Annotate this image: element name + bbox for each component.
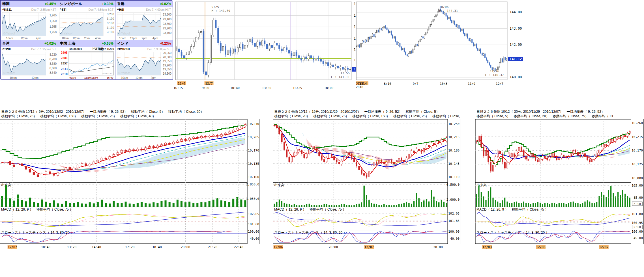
nikkei-30min-chart: 日経２２５先物 10/12（ 30分, 2010/11/29 - 2010/12… xyxy=(475,109,644,254)
svg-text:100.95: 100.95 xyxy=(632,221,643,225)
svg-text:8,720: 8,720 xyxy=(50,53,57,56)
market-change: +0.45% xyxy=(44,2,56,6)
svg-text:日経２２５先物 10/12（ 15分, 2010/11/29: 日経２２５先物 10/12（ 15分, 2010/11/29 - 2010/12… xyxy=(274,110,439,114)
svg-text:^TWII: ^TWII xyxy=(2,47,11,51)
svg-text:8/10: 8/10 xyxy=(384,82,391,86)
market-panel-^STI[interactable]: シンガポール+0.33%^STIDec 7, 4:59pm SGT© Yahoo… xyxy=(58,1,115,40)
market-name: シンガポール xyxy=(60,1,82,7)
svg-text:143.00: 143.00 xyxy=(510,27,522,31)
svg-text:144.00: 144.00 xyxy=(510,10,522,14)
svg-text:20:00: 20:00 xyxy=(181,245,190,249)
svg-text:100.00: 100.00 xyxy=(448,230,460,233)
svg-text:100.00: 100.00 xyxy=(632,230,643,233)
market-change: +0.02% xyxy=(44,42,56,46)
svg-text:10/8: 10/8 xyxy=(440,82,447,86)
svg-text:2pm: 2pm xyxy=(84,37,90,40)
svg-text:21:20: 21:20 xyxy=(208,245,217,249)
svg-text:2857: 2857 xyxy=(61,62,68,65)
svg-text:6,500.0: 6,500.0 xyxy=(446,183,460,187)
svg-text:3,160: 3,160 xyxy=(107,31,114,34)
svg-text:出来高: 出来高 xyxy=(476,183,487,187)
svg-text:19,900: 19,900 xyxy=(163,64,171,67)
market-name: 台湾 xyxy=(2,41,10,46)
svg-text:2905: 2905 xyxy=(61,51,68,54)
svg-text:2881: 2881 xyxy=(61,57,68,60)
nikkei-15min-chart: 日経２２５先物 10/12（ 15分, 2010/11/29 - 2010/12… xyxy=(273,109,461,254)
svg-text:16:15: 16:15 xyxy=(173,86,183,90)
daily-canvas: 10/06H : 144.3111/26L : 140.37144.00143.… xyxy=(354,0,531,93)
svg-text:4pm: 4pm xyxy=(95,37,100,40)
market-panel-header: 香港+0.82% xyxy=(115,1,173,7)
svg-text:9/7: 9/7 xyxy=(413,82,418,86)
svg-text:12pm: 12pm xyxy=(130,37,137,40)
svg-text:3,190: 3,190 xyxy=(107,17,114,20)
market-panel-^HSI[interactable]: 香港+0.82%^HSIDec 7, 4:00pm HKT© Yahoo!23,… xyxy=(115,1,173,40)
svg-text:142.00: 142.00 xyxy=(510,43,522,47)
svg-text:100.00: 100.00 xyxy=(248,230,259,233)
svg-text:10,260: 10,260 xyxy=(632,121,643,125)
svg-text:1,050.0: 1,050.0 xyxy=(246,197,259,201)
svg-text:3,170: 3,170 xyxy=(107,26,114,29)
svg-text:2810: 2810 xyxy=(61,73,68,76)
svg-text:^KS11: ^KS11 xyxy=(2,8,12,11)
svg-text:12pm: 12pm xyxy=(20,37,27,40)
svg-text:20,000: 20,000 xyxy=(163,56,171,59)
svg-text:20,050: 20,050 xyxy=(163,51,171,55)
svg-text:10,170: 10,170 xyxy=(248,149,259,152)
svg-text:18:40: 18:40 xyxy=(152,245,162,249)
market-sparkline: ^TWIIDec 7, 1:25pm CST© Yahoo!8,7208,700… xyxy=(1,47,58,79)
market-panel-sh000001[interactable]: 中国 上海+0.65%sh000001上证指数12-07 15:00290528… xyxy=(58,40,115,80)
svg-text:23,100: 23,100 xyxy=(163,31,171,34)
svg-text:移動平均（ Close, 20） 移動平均（ Close,: 移動平均（ Close, 20） 移動平均（ Close, 75） 移動平均（ … xyxy=(274,114,461,118)
svg-text:45.00: 45.00 xyxy=(634,236,643,240)
svg-text:12pm: 12pm xyxy=(31,76,38,79)
svg-text:4pm: 4pm xyxy=(153,37,158,40)
market-name: 中国 上海 xyxy=(60,41,76,46)
svg-text:日経２２５先物 10/12（ 5分, 2010/12/02: 日経２２５先物 10/12（ 5分, 2010/12/02 - 2010/12/… xyxy=(1,110,204,114)
svg-text:11/9: 11/9 xyxy=(468,82,475,86)
svg-text:sh000001: sh000001 xyxy=(69,47,82,51)
svg-text:20:00: 20:00 xyxy=(329,245,338,249)
svg-text:Dec 7, 1:25pm CST: Dec 7, 1:25pm CST xyxy=(31,48,56,51)
svg-text:10,180: 10,180 xyxy=(448,149,460,152)
market-panel-header: 中国 上海+0.65% xyxy=(58,40,115,47)
svg-text:140.00: 140.00 xyxy=(510,75,522,79)
market-panel-^TWII[interactable]: 台湾+0.02%^TWIIDec 7, 1:25pm CST© Yahoo!8,… xyxy=(1,40,58,80)
market-panel-^KS11[interactable]: 韓国+0.45%^KS11Dec 7, 2:55pm KST© Yahoo!1,… xyxy=(1,1,58,40)
svg-text:Dec 7, 2:55pm KST: Dec 7, 2:55pm KST xyxy=(31,8,56,11)
market-sparkline: ^KS11Dec 7, 2:55pm KST© Yahoo!1,9651,960… xyxy=(1,7,58,40)
market-panel-header: シンガポール+0.33% xyxy=(58,1,115,7)
market-panel-^BSESN[interactable]: インド-0.23%^BSESNDec 7, 3:30pm IST© Yahoo!… xyxy=(115,40,173,80)
svg-text:10,125: 10,125 xyxy=(632,163,643,166)
svg-text:スロー・ストキャスティクス（ 14, 3, 80, 20 ）: スロー・ストキャスティクス（ 14, 3, 80, 20 ） xyxy=(1,231,74,235)
market-name: 韓国 xyxy=(2,1,10,7)
svg-text:16:25: 16:25 xyxy=(293,86,302,90)
market-sparkline: ^STIDec 7, 4:59pm SGT© Yahoo!3,2003,1903… xyxy=(58,7,115,40)
svg-text:17:55: 17:55 xyxy=(340,72,350,75)
svg-text:85.00: 85.00 xyxy=(634,196,643,200)
market-sparkline: ^HSIDec 7, 4:00pm HKT© Yahoo!23,50023,40… xyxy=(115,7,173,40)
market-sparkline: ^BSESNDec 7, 3:30pm IST© Yahoo!20,05020,… xyxy=(115,47,173,79)
svg-text:3,180: 3,180 xyxy=(107,22,114,25)
svg-text:13:50: 13:50 xyxy=(262,86,271,90)
svg-text:MACD（ 12, 26, 9 ） 移動平均（ Close,: MACD（ 12, 26, 9 ） 移動平均（ Close, 75 ） xyxy=(476,207,548,211)
intraday-candle-chart: 9:25H : 141.5917:55L : 141.11141.69141.5… xyxy=(173,0,373,93)
svg-text:2pm: 2pm xyxy=(142,37,147,40)
svg-text:101.60: 101.60 xyxy=(248,222,259,226)
svg-text:10:40: 10:40 xyxy=(41,245,50,249)
svg-text:移動平均（ Close, 75） 移動平均（ Close,: 移動平均（ Close, 75） 移動平均（ Close, 150） 移動平均（… xyxy=(1,114,156,118)
svg-text:10am: 10am xyxy=(62,37,69,40)
svg-text:10am: 10am xyxy=(6,37,13,40)
svg-text:105.00: 105.00 xyxy=(632,184,643,187)
svg-text:10,240: 10,240 xyxy=(248,122,259,126)
svg-text:2,000.0: 2,000.0 xyxy=(446,198,460,202)
svg-text:23,400: 23,400 xyxy=(163,18,171,21)
svg-text:2pm: 2pm xyxy=(151,76,156,79)
svg-text:10:40: 10:40 xyxy=(230,86,240,90)
svg-text:10,110: 10,110 xyxy=(448,175,460,179)
svg-text:23,300: 23,300 xyxy=(163,22,171,25)
svg-text:8,680: 8,680 xyxy=(50,62,57,65)
svg-text:40.00: 40.00 xyxy=(250,237,259,241)
svg-text:18:00: 18:00 xyxy=(324,86,333,90)
svg-text:12/7: 12/7 xyxy=(205,82,213,85)
